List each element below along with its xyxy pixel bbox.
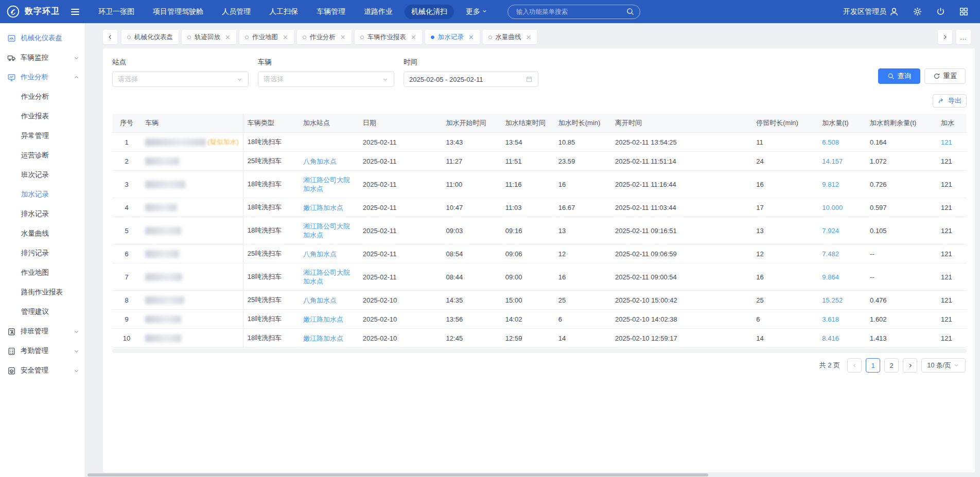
cell-station[interactable] xyxy=(299,133,359,152)
amount-link[interactable]: 6.508 xyxy=(822,138,839,146)
tab-4[interactable]: 作业分析✕ xyxy=(297,30,352,44)
amount-link[interactable]: 10.000 xyxy=(822,204,843,211)
cell-amount[interactable]: 14.157 xyxy=(818,152,866,171)
cell-station[interactable]: 八角加水点 xyxy=(299,291,359,310)
cell-station[interactable]: 八角加水点 xyxy=(299,152,359,171)
cell-amount[interactable]: 15.252 xyxy=(818,291,866,310)
pagination-page-1[interactable]: 1 xyxy=(866,358,880,373)
station-link[interactable]: 八角加水点 xyxy=(303,296,337,304)
table-horizontal-scrollbar[interactable] xyxy=(112,349,967,353)
cell-amount[interactable]: 10.000 xyxy=(818,198,866,217)
sidebar-subitem-11[interactable]: 路街作业报表 xyxy=(0,282,85,302)
tab-close-icon[interactable]: ✕ xyxy=(467,34,474,41)
cell-amount[interactable]: 9.864 xyxy=(818,263,866,291)
station-link[interactable]: 湘江路公司大院加水点 xyxy=(303,222,350,239)
tab-close-icon[interactable]: ✕ xyxy=(339,34,346,41)
menu-search-input[interactable] xyxy=(507,5,640,19)
cell-station[interactable]: 嫩江路加水点 xyxy=(299,198,359,217)
top-menu-item-5[interactable]: 车辆管理 xyxy=(310,5,352,19)
sidebar-subitem-7[interactable]: 排水记录 xyxy=(0,204,85,224)
collapse-menu-icon[interactable] xyxy=(71,9,79,15)
top-menu-item-1[interactable]: 环卫一张图 xyxy=(92,5,141,19)
page-size-select[interactable]: 10 条/页 xyxy=(921,358,966,373)
sidebar-subitem-3[interactable]: 异常管理 xyxy=(0,126,85,146)
query-button[interactable]: 查询 xyxy=(878,68,920,84)
reset-button[interactable]: 重置 xyxy=(924,68,966,84)
cell-station[interactable]: 湘江路公司大院加水点 xyxy=(299,171,359,198)
apps-grid-icon[interactable] xyxy=(959,7,969,16)
page-horizontal-scrollbar-thumb[interactable] xyxy=(87,473,708,476)
station-link[interactable]: 嫩江路加水点 xyxy=(303,204,343,211)
tab-close-icon[interactable]: ✕ xyxy=(525,34,532,41)
export-button[interactable]: 导出 xyxy=(933,94,967,108)
tab-6[interactable]: 加水记录✕ xyxy=(425,30,480,44)
top-menu-item-8[interactable]: 更多 xyxy=(459,5,494,19)
tab-5[interactable]: 车辆作业报表✕ xyxy=(355,30,422,44)
top-menu-item-4[interactable]: 人工扫保 xyxy=(262,5,305,19)
station-link[interactable]: 八角加水点 xyxy=(303,250,337,258)
cell-amount[interactable]: 7.924 xyxy=(818,217,866,244)
tabs-more-button[interactable]: … xyxy=(956,30,971,44)
sidebar-subitem-1[interactable]: 作业分析 xyxy=(0,87,85,107)
sidebar-subitem-4[interactable]: 运营诊断 xyxy=(0,146,85,165)
tabs-scroll-left-button[interactable] xyxy=(103,30,117,44)
station-select[interactable]: 请选择 xyxy=(112,72,249,87)
cell-station[interactable]: 八角加水点 xyxy=(299,244,359,263)
pagination-prev-button[interactable] xyxy=(847,358,862,373)
top-menu-item-6[interactable]: 道路作业 xyxy=(357,5,399,19)
pagination-page-2[interactable]: 2 xyxy=(884,358,899,373)
tab-1[interactable]: 机械化仪表盘 xyxy=(121,30,179,44)
tab-7[interactable]: 水量曲线✕ xyxy=(483,30,537,44)
cell-amount[interactable]: 7.482 xyxy=(818,244,866,263)
tab-3[interactable]: 作业地图✕ xyxy=(239,30,294,44)
sidebar-subitem-10[interactable]: 作业地图 xyxy=(0,263,85,282)
sidebar-subitem-2[interactable]: 作业报表 xyxy=(0,107,85,126)
top-menu-item-2[interactable]: 项目管理驾驶舱 xyxy=(146,5,210,19)
tab-close-icon[interactable]: ✕ xyxy=(410,34,416,41)
amount-link[interactable]: 15.252 xyxy=(822,296,843,304)
amount-link[interactable]: 14.157 xyxy=(822,157,843,165)
amount-link[interactable]: 9.864 xyxy=(822,273,839,281)
station-link[interactable]: 嫩江路加水点 xyxy=(303,334,343,342)
sidebar-subitem-6[interactable]: 加水记录 xyxy=(0,185,85,204)
amount-link[interactable]: 7.924 xyxy=(822,227,839,235)
tab-2[interactable]: 轨迹回放✕ xyxy=(182,30,236,44)
cell-amount[interactable]: 6.508 xyxy=(818,133,866,152)
sidebar-subitem-8[interactable]: 水量曲线 xyxy=(0,224,85,243)
amount-link[interactable]: 3.618 xyxy=(822,315,839,323)
date-range-input[interactable]: 2025-02-05 - 2025-02-11 xyxy=(404,72,538,87)
sidebar-subitem-12[interactable]: 管理建议 xyxy=(0,302,85,322)
sidebar-subitem-5[interactable]: 班次记录 xyxy=(0,165,85,185)
pagination-next-button[interactable] xyxy=(903,358,917,373)
top-menu-item-3[interactable]: 人员管理 xyxy=(215,5,257,19)
cell-station[interactable]: 湘江路公司大院加水点 xyxy=(299,263,359,291)
current-user[interactable]: 开发区管理员 xyxy=(843,7,899,17)
cell-station[interactable]: 湘江路公司大院加水点 xyxy=(299,217,359,244)
cell-amount[interactable]: 8.416 xyxy=(818,329,866,348)
sidebar-item-5[interactable]: 考勤管理 xyxy=(0,341,85,361)
station-link[interactable]: 八角加水点 xyxy=(303,157,337,165)
vehicle-select[interactable]: 请选择 xyxy=(258,72,394,87)
amount-link[interactable]: 9.812 xyxy=(822,181,839,188)
search-icon[interactable] xyxy=(626,7,635,16)
sidebar-item-3[interactable]: 作业分析 xyxy=(0,67,85,87)
settings-gear-icon[interactable] xyxy=(913,7,922,16)
sidebar-item-6[interactable]: 安全管理 xyxy=(0,361,85,380)
cell-station[interactable]: 嫩江路加水点 xyxy=(299,310,359,329)
sidebar-subitem-9[interactable]: 排污记录 xyxy=(0,243,85,263)
sidebar-item-1[interactable]: 机械化仪表盘 xyxy=(0,28,85,48)
tab-close-icon[interactable]: ✕ xyxy=(224,34,231,41)
amount-link[interactable]: 7.482 xyxy=(822,250,839,258)
station-link[interactable]: 嫩江路加水点 xyxy=(303,315,343,323)
cell-station[interactable]: 嫩江路加水点 xyxy=(299,329,359,348)
top-menu-item-7[interactable]: 机械化清扫 xyxy=(405,5,454,19)
cell-amount[interactable]: 3.618 xyxy=(818,310,866,329)
sidebar-item-2[interactable]: 车辆监控 xyxy=(0,48,85,67)
station-link[interactable]: 湘江路公司大院加水点 xyxy=(303,176,350,192)
last-link[interactable]: 121 xyxy=(941,138,952,146)
tabs-scroll-right-button[interactable] xyxy=(938,30,952,44)
amount-link[interactable]: 8.416 xyxy=(822,334,839,342)
tab-close-icon[interactable]: ✕ xyxy=(282,34,288,41)
power-logout-icon[interactable] xyxy=(936,7,946,16)
sidebar-item-4[interactable]: 排班管理 xyxy=(0,322,85,341)
